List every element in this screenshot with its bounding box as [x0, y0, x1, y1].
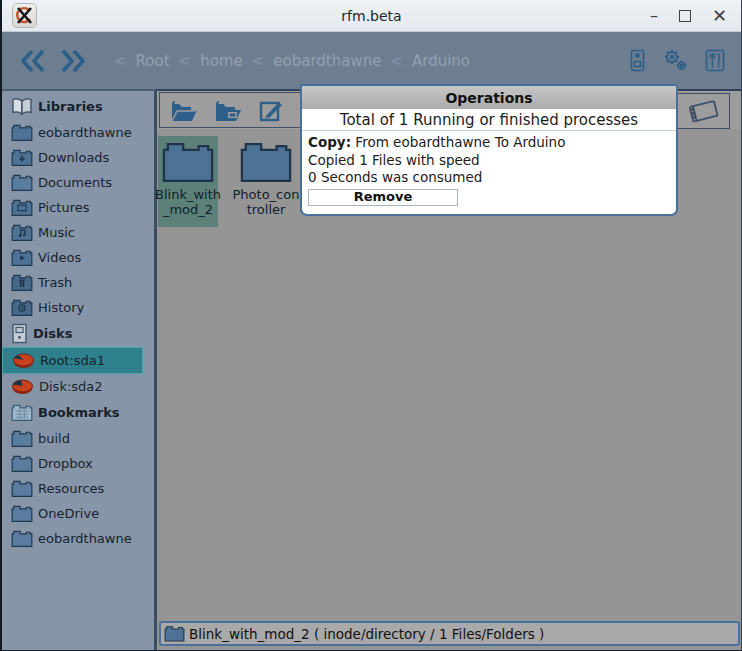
sidebar-item-label: OneDrive [38, 506, 99, 521]
file-label: Photo_con troller [233, 187, 300, 217]
titlebar: rfm.beta – ✕ [2, 0, 741, 32]
sidebar-header-label: Disks [33, 326, 72, 341]
sidebar-item-build[interactable]: build [2, 426, 143, 451]
folder-icon [11, 173, 33, 192]
utensils-icon[interactable] [705, 49, 725, 72]
operation-line-copy: Copy: From eobardthawne To Arduino [308, 134, 670, 152]
nav-forward-icon[interactable] [58, 48, 88, 74]
folder-icon [161, 140, 215, 183]
sidebar-item-label: Dropbox [38, 456, 93, 471]
sidebar-item-label: Trash [38, 275, 72, 290]
dialog-content: Copy: From eobardthawne To Arduino Copie… [302, 131, 676, 206]
file-tile-blink-with-mod-2[interactable]: Blink_with _mod_2 [158, 136, 218, 227]
maximize-button[interactable] [679, 10, 691, 22]
folder-icon [11, 429, 33, 448]
folder-icon [11, 454, 33, 473]
status-text: Blink_with_mod_2 ( inode/directory / 1 F… [189, 626, 544, 642]
folder-icon [11, 479, 33, 498]
breadcrumb-item-root[interactable]: Root [136, 52, 170, 70]
operation-line-time: 0 Seconds was consumed [308, 169, 670, 187]
sidebar-item-label: build [38, 431, 70, 446]
sidebar-item-label: Downloads [38, 150, 109, 165]
remove-button[interactable]: Remove [308, 189, 458, 206]
sidebar-item-videos[interactable]: Videos [2, 245, 143, 270]
sidebar-item-pictures[interactable]: Pictures [2, 195, 143, 220]
operations-dialog: Operations Total of 1 Running or finishe… [300, 84, 678, 216]
breadcrumb-separator: < [114, 52, 127, 70]
sidebar-item-root-sda1[interactable]: Root:sda1 [2, 347, 143, 374]
sidebar-item-label: Pictures [38, 200, 89, 215]
minimize-button[interactable]: – [650, 8, 658, 24]
operation-detail: From eobardthawne To Arduino [355, 134, 565, 150]
breadcrumb-separator: < [179, 52, 192, 70]
sidebar-item-downloads[interactable]: Downloads [2, 145, 143, 170]
breadcrumb-item-home[interactable]: home [200, 52, 243, 70]
sidebar-item-trash[interactable]: Trash [2, 270, 143, 295]
history-folder-icon [11, 298, 33, 317]
breadcrumb-separator: < [252, 52, 265, 70]
sidebar-item-music[interactable]: Music [2, 220, 143, 245]
folder-icon [164, 625, 185, 642]
sidebar-item-label: History [38, 300, 84, 315]
disk-usage-icon [11, 378, 34, 395]
operation-line-files: Copied 1 Files with speed [308, 152, 670, 170]
folder-open-icon[interactable] [170, 98, 199, 123]
app-window: rfm.beta – ✕ < Root < home < [0, 0, 742, 651]
file-tile-photo-controller[interactable]: Photo_con troller [236, 136, 296, 227]
breadcrumb-separator: < [390, 52, 403, 70]
sidebar-item-label: Root:sda1 [40, 353, 105, 368]
disk-usage-icon [12, 352, 35, 369]
sidebar-item-label: Music [38, 225, 75, 240]
folder-icon [11, 504, 33, 523]
sidebar-header-bookmarks[interactable]: Bookmarks [2, 399, 143, 426]
sidebar-item-disk-sda2[interactable]: Disk:sda2 [2, 374, 143, 399]
sidebar-item-eobardthawne[interactable]: eobardthawne [2, 120, 143, 145]
device-icon[interactable] [630, 49, 645, 72]
folder-icon [11, 148, 33, 167]
operation-type-label: Copy: [308, 134, 351, 150]
disk-drive-icon [11, 323, 28, 344]
view-toggle-button[interactable] [676, 93, 730, 129]
sidebar-header-label: Libraries [38, 99, 103, 114]
sidebar-header-disks[interactable]: Disks [2, 320, 143, 347]
nav-back-icon[interactable] [18, 48, 48, 74]
folder-copy-icon[interactable] [214, 98, 243, 123]
file-label: Blink_with _mod_2 [155, 187, 221, 217]
sidebar: Libraries eobardthawne Downloads Documen… [2, 89, 157, 651]
folder-icon [11, 123, 33, 142]
folder-icon [239, 140, 293, 183]
sidebar-item-dropbox[interactable]: Dropbox [2, 451, 143, 476]
sidebar-item-label: eobardthawne [38, 125, 132, 140]
sidebar-item-documents[interactable]: Documents [2, 170, 143, 195]
book-icon [11, 97, 33, 116]
sidebar-item-label: Disk:sda2 [39, 379, 103, 394]
sidebar-item-label: Documents [38, 175, 112, 190]
folder-icon [11, 198, 33, 217]
sidebar-item-history[interactable]: History [2, 295, 143, 320]
folder-icon [11, 529, 33, 548]
navigation-toolbar: < Root < home < eobardthawne < Arduino [2, 32, 741, 89]
window-title: rfm.beta [2, 8, 741, 24]
bookmarks-folder-icon [11, 403, 33, 422]
gears-icon[interactable] [662, 49, 688, 72]
dialog-summary: Total of 1 Running or finished processes [302, 109, 676, 131]
close-button[interactable]: ✕ [712, 8, 727, 24]
sidebar-header-libraries[interactable]: Libraries [2, 93, 143, 120]
tilted-card-icon [682, 96, 724, 126]
folder-icon [11, 248, 33, 267]
breadcrumb-item-user[interactable]: eobardthawne [273, 52, 381, 70]
breadcrumb: < Root < home < eobardthawne < Arduino [114, 52, 470, 70]
sidebar-item-resources[interactable]: Resources [2, 476, 143, 501]
sidebar-item-label: Resources [38, 481, 104, 496]
dialog-title[interactable]: Operations [302, 86, 676, 109]
trash-folder-icon [11, 273, 33, 292]
edit-icon[interactable] [258, 97, 285, 123]
sidebar-item-eobardthawne-bookmark[interactable]: eobardthawne [2, 526, 143, 551]
status-bar: Blink_with_mod_2 ( inode/directory / 1 F… [159, 621, 740, 646]
sidebar-item-label: Videos [38, 250, 81, 265]
folder-icon [11, 223, 33, 242]
breadcrumb-item-current[interactable]: Arduino [412, 52, 470, 70]
sidebar-item-label: eobardthawne [38, 531, 132, 546]
sidebar-header-label: Bookmarks [38, 405, 120, 420]
sidebar-item-onedrive[interactable]: OneDrive [2, 501, 143, 526]
